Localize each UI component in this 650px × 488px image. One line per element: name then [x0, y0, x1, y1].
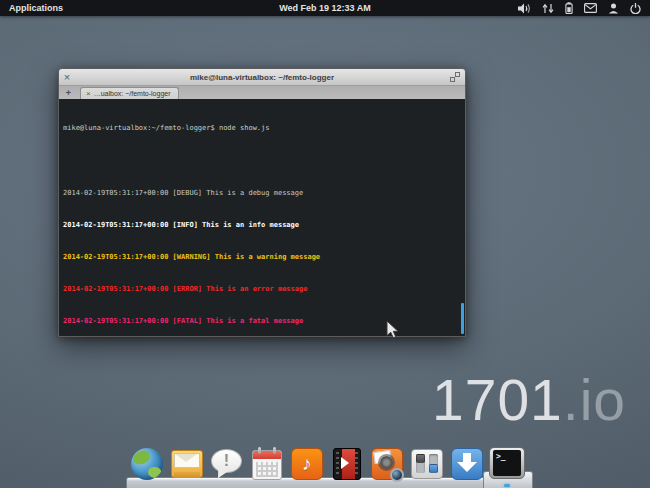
log-line-debug: 2014-02-19T05:31:17+00:00 [DEBUG] This i…	[63, 188, 461, 199]
user-icon[interactable]	[608, 3, 619, 14]
battery-icon[interactable]	[565, 2, 573, 14]
dock: ! ♪ >_	[129, 446, 525, 482]
window-maximize-button[interactable]	[445, 68, 465, 86]
dock-item-software[interactable]	[449, 446, 485, 482]
log-line-fatal: 2014-02-19T05:31:17+00:00 [FATAL] This i…	[63, 316, 461, 327]
applications-menu[interactable]: Applications	[0, 0, 72, 16]
terminal-content[interactable]: mike@luna-virtualbox:~/femto-logger$ nod…	[59, 99, 465, 337]
dock-item-music[interactable]: ♪	[289, 446, 325, 482]
dock-item-calendar[interactable]	[249, 446, 285, 482]
log-line-info: 2014-02-19T05:31:17+00:00 [INFO] This is…	[63, 220, 461, 231]
blank-line	[63, 156, 461, 167]
volume-icon[interactable]	[518, 3, 531, 14]
maximize-icon	[450, 68, 460, 86]
dock-item-mail[interactable]	[169, 446, 205, 482]
dock-active-indicator	[504, 484, 510, 487]
tab-close-button[interactable]: ×	[86, 89, 91, 99]
dock-item-terminal[interactable]: >_	[489, 446, 525, 482]
system-tray	[518, 2, 650, 14]
power-icon[interactable]	[630, 3, 641, 14]
top-panel: Applications Wed Feb 19 12:33 AM	[0, 0, 650, 16]
log-line-error: 2014-02-19T05:31:17+00:00 [ERROR] This i…	[63, 284, 461, 295]
tab-label: …ualbox: ~/femto-logger	[94, 90, 171, 97]
watermark-primary: 1701	[432, 368, 563, 432]
window-titlebar[interactable]: × mike@luna-virtualbox: ~/femto-logger	[59, 69, 465, 86]
window-close-button[interactable]: ×	[59, 69, 75, 85]
scrollbar-thumb[interactable]	[461, 303, 464, 334]
new-tab-button[interactable]: +	[62, 87, 75, 99]
window-title: mike@luna-virtualbox: ~/femto-logger	[59, 73, 465, 82]
wallpaper-watermark: 1701.io	[432, 372, 626, 429]
network-arrows-icon[interactable]	[542, 3, 554, 14]
log-line-warning: 2014-02-19T05:31:17+00:00 [WARNING] This…	[63, 252, 461, 263]
terminal-tab[interactable]: × …ualbox: ~/femto-logger	[80, 87, 179, 99]
dock-item-web-browser[interactable]	[129, 446, 165, 482]
mail-icon[interactable]	[584, 3, 597, 13]
terminal-window: × mike@luna-virtualbox: ~/femto-logger +…	[58, 68, 466, 337]
tab-bar: + × …ualbox: ~/femto-logger	[59, 86, 465, 99]
dock-item-photos[interactable]	[369, 446, 405, 482]
dock-item-videos[interactable]	[329, 446, 365, 482]
dock-item-messages[interactable]: !	[209, 446, 245, 482]
dock-item-system-settings[interactable]	[409, 446, 445, 482]
command-line: mike@luna-virtualbox:~/femto-logger$ nod…	[63, 123, 461, 134]
watermark-secondary: .io	[563, 368, 626, 432]
